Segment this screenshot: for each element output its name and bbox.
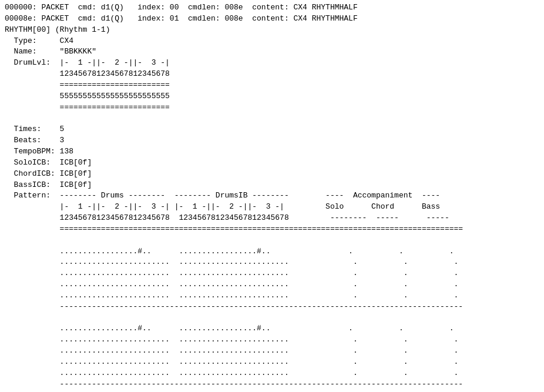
terminal-output: 000000: PACKET cmd: d1(Q) index: 00 cmdl… bbox=[5, 2, 539, 392]
